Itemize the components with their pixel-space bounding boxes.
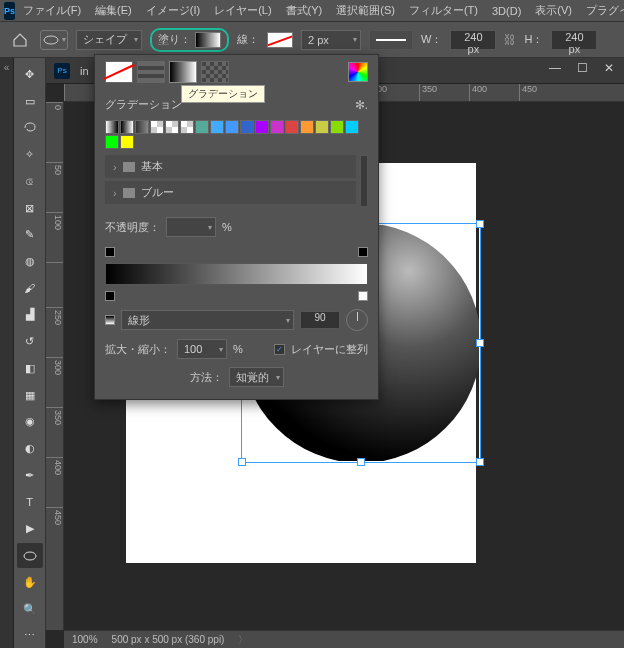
menu-filter[interactable]: フィルター(T) [403, 1, 484, 20]
history-brush-tool[interactable]: ↺ [17, 329, 43, 354]
stroke-width-input[interactable]: 2 px [301, 30, 361, 50]
close-icon[interactable]: ✕ [604, 61, 614, 75]
stroke-swatch[interactable] [267, 32, 293, 48]
path-select-tool[interactable]: ▶ [17, 516, 43, 541]
stop-color-right[interactable] [358, 291, 368, 301]
stop-opacity-right[interactable] [358, 247, 368, 257]
menu-edit[interactable]: 編集(E) [89, 1, 138, 20]
gradient-preset[interactable] [255, 120, 269, 134]
angle-dial[interactable] [346, 309, 368, 331]
gradient-preset[interactable] [285, 120, 299, 134]
height-input[interactable]: 240 px [551, 30, 597, 50]
home-icon[interactable] [8, 28, 32, 52]
ellipse-tool[interactable] [17, 543, 43, 568]
menu-plugin[interactable]: プラグイン [580, 1, 624, 20]
mode-select[interactable]: シェイプ [76, 30, 142, 50]
folder-basic[interactable]: 基本 [105, 155, 356, 178]
menu-view[interactable]: 表示(V) [529, 1, 578, 20]
gradient-preset[interactable] [165, 120, 179, 134]
magic-wand-tool[interactable]: ✧ [17, 142, 43, 167]
menu-select[interactable]: 選択範囲(S) [330, 1, 401, 20]
method-label: 方法： [190, 370, 223, 385]
scale-input[interactable]: 100 [177, 339, 227, 359]
fill-control-highlight: 塗り： [150, 28, 229, 52]
zoom-tool[interactable]: 🔍 [17, 597, 43, 622]
zoom-level[interactable]: 100% [72, 634, 98, 645]
options-bar: ▾ シェイプ 塗り： 線： 2 px W： 240 px ⛓ H： 240 px [0, 22, 624, 58]
crop-tool[interactable]: ⟃ [17, 169, 43, 194]
svg-point-1 [24, 552, 36, 560]
menu-image[interactable]: イメージ(I) [140, 1, 206, 20]
eyedropper-tool[interactable]: ✎ [17, 222, 43, 247]
type-tool[interactable]: T [17, 490, 43, 515]
gradient-preset[interactable] [195, 120, 209, 134]
gradient-preset[interactable] [240, 120, 254, 134]
handle-sw[interactable] [238, 458, 246, 466]
gradient-preset[interactable] [120, 135, 134, 149]
hand-tool[interactable]: ✋ [17, 570, 43, 595]
gear-icon[interactable]: ✻. [355, 98, 368, 112]
panel-collapse-gutter[interactable] [0, 58, 14, 648]
fill-type-pattern[interactable] [201, 61, 229, 83]
fill-type-none[interactable] [105, 61, 133, 83]
lasso-tool[interactable] [17, 115, 43, 140]
healing-tool[interactable]: ◍ [17, 249, 43, 274]
reverse-toggle[interactable] [105, 315, 115, 325]
color-picker-icon[interactable] [348, 62, 368, 82]
gradient-preset[interactable] [180, 120, 194, 134]
angle-input[interactable]: 90 [300, 311, 340, 329]
gradient-preset[interactable] [135, 120, 149, 134]
brush-tool[interactable]: 🖌 [17, 276, 43, 301]
stop-color-left[interactable] [105, 291, 115, 301]
document-tab-name[interactable]: in [80, 65, 89, 77]
menu-layer[interactable]: レイヤー(L) [208, 1, 277, 20]
menu-type[interactable]: 書式(Y) [280, 1, 329, 20]
method-select[interactable]: 知覚的 [229, 367, 284, 387]
fill-type-solid[interactable] [137, 61, 165, 83]
gradient-editor[interactable] [105, 263, 368, 285]
gradient-bar[interactable] [105, 263, 368, 285]
shape-tool-icon[interactable]: ▾ [40, 30, 68, 50]
stamp-tool[interactable]: ▟ [17, 303, 43, 328]
stroke-style-select[interactable] [369, 30, 413, 50]
menu-3d[interactable]: 3D(D) [486, 3, 527, 19]
gradient-preset[interactable] [330, 120, 344, 134]
link-icon[interactable]: ⛓ [504, 33, 516, 47]
handle-ne[interactable] [476, 220, 484, 228]
gradient-preset[interactable] [150, 120, 164, 134]
marquee-tool[interactable]: ▭ [17, 89, 43, 114]
dodge-tool[interactable]: ◐ [17, 436, 43, 461]
gradient-preset[interactable] [225, 120, 239, 134]
gradient-preset[interactable] [120, 120, 134, 134]
fill-type-gradient[interactable] [169, 61, 197, 83]
maximize-icon[interactable]: ☐ [577, 61, 588, 75]
gradient-tool[interactable]: ▦ [17, 383, 43, 408]
handle-s[interactable] [357, 458, 365, 466]
gradient-preset[interactable] [315, 120, 329, 134]
handle-e[interactable] [476, 339, 484, 347]
minimize-icon[interactable]: — [549, 61, 561, 75]
svg-point-0 [44, 36, 58, 44]
menu-file[interactable]: ファイル(F) [17, 1, 87, 20]
gradient-preset[interactable] [210, 120, 224, 134]
frame-tool[interactable]: ⊠ [17, 196, 43, 221]
stop-opacity-left[interactable] [105, 247, 115, 257]
gradient-preset[interactable] [300, 120, 314, 134]
gradient-preset[interactable] [105, 135, 119, 149]
more-tools[interactable]: ⋯ [17, 623, 43, 648]
fill-swatch[interactable] [195, 32, 221, 48]
folder-blue[interactable]: ブルー [105, 181, 356, 204]
eraser-tool[interactable]: ◧ [17, 356, 43, 381]
gradient-preset[interactable] [270, 120, 284, 134]
align-layer-checkbox[interactable] [274, 344, 285, 355]
gradient-type-select[interactable]: 線形 [121, 310, 294, 330]
scrollbar[interactable] [360, 155, 368, 207]
pen-tool[interactable]: ✒ [17, 463, 43, 488]
width-input[interactable]: 240 px [450, 30, 496, 50]
move-tool[interactable]: ✥ [17, 62, 43, 87]
gradient-preset[interactable] [105, 120, 119, 134]
handle-se[interactable] [476, 458, 484, 466]
gradient-preset[interactable] [345, 120, 359, 134]
blur-tool[interactable]: ◉ [17, 410, 43, 435]
opacity-input[interactable] [166, 217, 216, 237]
